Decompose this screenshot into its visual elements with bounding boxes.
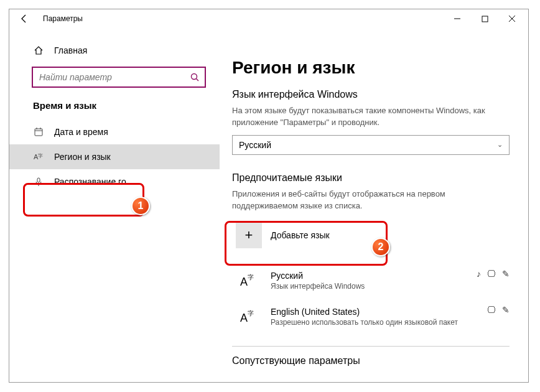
- main-content: Регион и язык Язык интерфейса Windows На…: [220, 28, 528, 382]
- clock-icon: [33, 127, 44, 137]
- add-language-button[interactable]: + Добавьте язык: [232, 218, 510, 253]
- svg-text:A: A: [240, 312, 248, 324]
- sidebar-item-speech[interactable]: Распознавание го: [9, 169, 220, 194]
- svg-text:字: 字: [248, 274, 254, 281]
- handwriting-icon: ✎: [502, 305, 510, 315]
- annotation-badge-1: 1: [131, 197, 150, 215]
- display-icon: 🖵: [487, 305, 496, 315]
- dropdown-value: Русский: [239, 140, 271, 150]
- search-field[interactable]: [39, 72, 190, 82]
- home-icon: [33, 45, 44, 55]
- language-glyph-icon: A字: [236, 304, 262, 330]
- language-name: Русский: [271, 271, 365, 281]
- svg-text:A: A: [240, 276, 248, 288]
- sidebar-item-label: Распознавание го: [54, 177, 126, 187]
- svg-text:字: 字: [38, 153, 43, 159]
- section-desc: Приложения и веб-сайты будут отображатьс…: [232, 189, 510, 212]
- display-icon: 🖵: [487, 269, 496, 279]
- language-subtitle: Разрешено использовать только один языко…: [271, 318, 458, 327]
- add-language-label: Добавьте язык: [271, 230, 330, 240]
- sidebar: Главная Время и язык Дата и время: [9, 28, 220, 382]
- svg-rect-10: [37, 178, 40, 182]
- sidebar-group-header: Время и язык: [9, 100, 220, 119]
- close-button[interactable]: [498, 9, 526, 28]
- svg-point-2: [192, 74, 197, 80]
- divider: [232, 346, 510, 347]
- svg-text:字: 字: [248, 310, 254, 317]
- svg-rect-1: [482, 16, 488, 22]
- svg-line-3: [197, 79, 199, 82]
- sidebar-item-datetime[interactable]: Дата и время: [9, 119, 220, 144]
- section-desc: На этом языке будут показываться такие к…: [232, 105, 510, 129]
- section-title-interface-lang: Язык интерфейса Windows: [232, 89, 510, 100]
- language-icon: A字: [33, 152, 44, 162]
- maximize-button[interactable]: [471, 9, 498, 28]
- search-icon: [190, 72, 200, 82]
- back-button[interactable]: [16, 10, 33, 27]
- mic-icon: [33, 177, 44, 187]
- svg-rect-4: [35, 129, 42, 136]
- language-name: English (United States): [271, 307, 458, 317]
- home-link[interactable]: Главная: [9, 42, 220, 59]
- window-title: Параметры: [43, 14, 83, 23]
- section-title-related: Сопутствующие параметры: [232, 355, 510, 366]
- language-feature-icons: 🖵 ✎: [487, 305, 510, 315]
- home-label: Главная: [54, 45, 87, 55]
- interface-language-dropdown[interactable]: Русский ⌄: [232, 135, 510, 155]
- text-to-speech-icon: ♪: [477, 269, 481, 279]
- sidebar-item-label: Регион и язык: [54, 152, 111, 162]
- sidebar-item-region-language[interactable]: A字 Регион и язык: [9, 144, 220, 169]
- language-subtitle: Язык интерфейса Windows: [271, 282, 365, 291]
- language-item-english[interactable]: A字 English (United States) Разрешено исп…: [232, 299, 510, 335]
- handwriting-icon: ✎: [502, 269, 510, 279]
- language-glyph-icon: A字: [236, 268, 262, 294]
- sidebar-item-label: Дата и время: [54, 127, 108, 137]
- minimize-button[interactable]: [444, 9, 471, 28]
- plus-icon: +: [236, 222, 262, 248]
- titlebar: Параметры: [9, 9, 528, 28]
- annotation-badge-2: 2: [371, 238, 390, 256]
- chevron-down-icon: ⌄: [497, 141, 503, 149]
- page-title: Регион и язык: [232, 58, 510, 78]
- search-input[interactable]: [32, 67, 206, 88]
- language-feature-icons: ♪ 🖵 ✎: [477, 269, 510, 279]
- language-item-russian[interactable]: A字 Русский Язык интерфейса Windows ♪ 🖵 ✎: [232, 263, 510, 299]
- section-title-preferred-langs: Предпочитаемые языки: [232, 172, 510, 184]
